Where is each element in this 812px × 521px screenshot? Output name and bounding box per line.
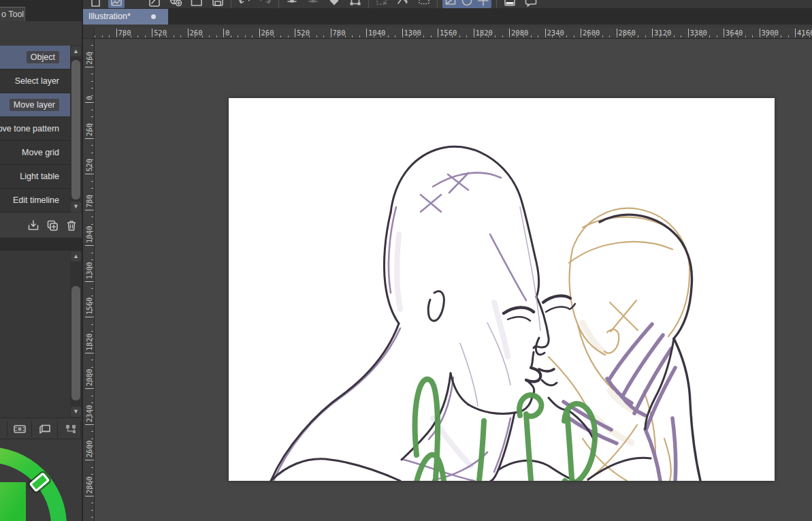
scroll-thumb[interactable] — [71, 286, 80, 400]
clipped-palette-icon — [0, 422, 1, 437]
clip-studio-button[interactable] — [146, 0, 163, 8]
scroll-up-button[interactable]: ▲ — [71, 46, 81, 57]
sub-tool-label: Move grid — [22, 148, 59, 157]
document-tab-bar: Illustration* — [83, 8, 812, 25]
sub-tool-palette-tab[interactable]: o Tool — [0, 7, 25, 21]
main-region: Illustration* 78052026002605207801040130… — [83, 0, 812, 521]
duplicate-subtool-button[interactable] — [45, 218, 60, 233]
sub-tool-item-move-tone-pattern[interactable]: Move tone pattern — [0, 117, 70, 141]
select-rect-button[interactable] — [374, 0, 390, 8]
story-bubble-button[interactable] — [523, 0, 539, 8]
sub-tool-item-move-layer[interactable]: Move layer — [0, 93, 70, 117]
toolbar-separator — [278, 0, 279, 8]
palette-tab-row — [25, 7, 82, 22]
duplicate-subtool-icon — [45, 218, 60, 233]
workflow-palette-button[interactable] — [59, 420, 82, 438]
folder-button[interactable] — [189, 0, 205, 8]
transform-frame-button[interactable] — [347, 0, 363, 8]
snap-to-grid-icon — [476, 0, 491, 8]
undo-icon — [237, 0, 252, 8]
sub-tool-item-select-layer[interactable]: Select layer — [0, 69, 70, 93]
document-tab[interactable]: Illustration* — [83, 9, 168, 25]
delete-subtool-button[interactable] — [64, 218, 79, 233]
toolbar-separator — [368, 0, 369, 8]
dock-separator — [31, 421, 32, 437]
scroll-thumb[interactable] — [71, 60, 80, 200]
select-lasso-icon — [395, 0, 410, 8]
select-marquee-button[interactable] — [416, 0, 432, 8]
vertical-ruler: 2600260520780104013001560182020802340260… — [83, 39, 95, 521]
vanishing-correction-button[interactable] — [284, 0, 300, 8]
left-palette-panel: o Tool ObjectSelect layerMove layerMove … — [0, 0, 82, 521]
publish-globe-icon — [168, 0, 183, 8]
undo-button[interactable] — [236, 0, 253, 8]
publish-globe-button[interactable] — [167, 0, 184, 8]
brush-size-grid — [0, 251, 70, 417]
sub-tool-label: Move tone pattern — [0, 124, 59, 133]
sub-tool-label: Move layer — [10, 99, 59, 111]
snap-button-group — [442, 0, 491, 8]
delete-subtool-icon — [64, 218, 79, 233]
snap-to-grid-button[interactable] — [475, 0, 491, 8]
canvas-workspace[interactable] — [95, 39, 812, 521]
snap-diamond-icon — [327, 0, 342, 8]
clip-studio-icon — [147, 0, 162, 8]
wip-sketch — [229, 98, 775, 481]
clip-studio-paint-window: { "palette_tab": { "label": "o Tool" }, … — [0, 0, 812, 521]
new-file-button[interactable] — [87, 0, 103, 8]
sub-tool-item-edit-timeline[interactable]: Edit timeline — [0, 189, 70, 212]
transform-frame-icon — [348, 0, 363, 8]
snap-to-circle-icon — [459, 0, 474, 8]
dock-separator — [7, 421, 7, 437]
snap-to-ruler-button[interactable] — [442, 0, 459, 8]
ruler-corner — [83, 27, 95, 39]
scroll-down-button[interactable]: ▼ — [71, 202, 81, 212]
snap-diamond-button[interactable] — [326, 0, 342, 8]
scroll-up-button[interactable]: ▲ — [71, 251, 81, 262]
dock-separator — [57, 421, 58, 437]
palette-separator — [0, 238, 82, 251]
save-icon — [210, 0, 225, 8]
subview-palette-icon — [37, 422, 52, 437]
timeline-palette-icon — [12, 422, 27, 437]
save-button[interactable] — [210, 0, 226, 8]
palette-dock-row — [0, 417, 82, 439]
sub-tool-scrollbar[interactable]: ▲ ▼ — [70, 46, 82, 212]
toolbar-separator — [496, 0, 497, 8]
sketch-thin-lines — [460, 207, 540, 406]
select-rect-icon — [374, 0, 389, 8]
select-lasso-button[interactable] — [395, 0, 411, 8]
sub-tool-group-header — [0, 21, 82, 46]
dock-separator — [80, 421, 81, 437]
redo-button[interactable] — [257, 0, 274, 8]
story-bubble-icon — [523, 0, 538, 8]
import-subtool-button[interactable] — [26, 218, 41, 233]
document-page[interactable] — [229, 98, 775, 481]
brush-size-scrollbar[interactable]: ▲ ▼ — [70, 251, 82, 417]
sub-tool-item-light-table[interactable]: Light table — [0, 165, 70, 189]
clipped-palette-button[interactable] — [0, 420, 5, 438]
tab-modified-dot — [151, 14, 156, 19]
open-canvas-button[interactable] — [108, 0, 125, 8]
sub-tool-item-object[interactable]: Object — [0, 46, 70, 69]
sv-square[interactable] — [0, 482, 26, 521]
vanishing-correction-icon — [285, 0, 299, 8]
sub-tool-label: Select layer — [15, 76, 59, 86]
select-marquee-icon — [417, 0, 432, 8]
folder-icon — [189, 0, 204, 8]
sub-tool-footer — [0, 212, 82, 238]
snap-to-circle-button[interactable] — [459, 0, 475, 8]
sub-tool-item-move-grid[interactable]: Move grid — [0, 141, 70, 165]
subview-palette-button[interactable] — [33, 420, 56, 438]
vanishing-correction-off-icon — [306, 0, 321, 8]
scroll-down-button[interactable]: ▼ — [71, 407, 81, 417]
sketch-purple-lines — [274, 173, 526, 481]
toolbar-separator — [231, 0, 231, 8]
vanishing-correction-off-button[interactable] — [305, 0, 321, 8]
brush-size-palette: ▲ ▼ — [0, 251, 82, 417]
timeline-palette-button[interactable] — [8, 420, 31, 438]
show-palette-icon — [502, 0, 517, 8]
show-palette-button[interactable] — [502, 0, 518, 8]
document-tab-label: Illustration* — [88, 12, 131, 21]
color-wheel[interactable] — [0, 439, 82, 521]
